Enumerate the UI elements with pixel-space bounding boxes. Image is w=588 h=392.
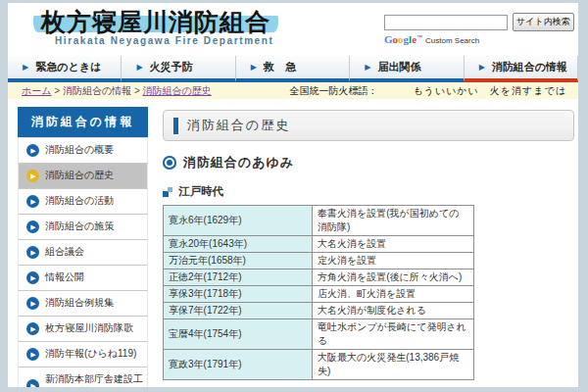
arrow-right-icon: ▶: [23, 63, 28, 72]
sidebar-menu: ▶消防組合の概要▶消防組合の歴史▶消防組合の活動▶消防組合の施策▶組合議会▶情報…: [18, 137, 148, 387]
sidebar-title: 消防組合の情報: [18, 107, 148, 137]
era-cell: 寛永6年(1629年): [164, 206, 313, 236]
era-heading: 江戸時代: [163, 184, 574, 199]
play-icon: ▶: [30, 172, 35, 179]
nav-tab-label: 消防組合の情報: [492, 60, 567, 74]
site-search-button[interactable]: サイト内検索: [513, 13, 574, 31]
table-row: 正徳2年(1712年)方角火消を設置(後に所々火消へ): [164, 270, 474, 286]
play-icon: ▶: [30, 249, 35, 256]
google-letter: G: [384, 33, 393, 45]
breadcrumb-item[interactable]: ホーム: [22, 85, 51, 96]
sidebar-item-label: 消防組合例規集: [45, 297, 114, 310]
breadcrumb-item[interactable]: 消防組合の歴史: [143, 85, 212, 96]
play-icon: ▶: [30, 351, 35, 358]
arrow-circle-icon: ▶: [26, 271, 39, 284]
site-subtitle: Hirakata Neyagawa Fire Department: [55, 35, 278, 46]
arrow-circle-icon: ▶: [26, 144, 39, 157]
history-table: 寛永6年(1629年)奉書火消を設置(我が国初めての消防隊)寛永20年(1643…: [163, 205, 474, 380]
era-heading-label: 江戸時代: [178, 184, 223, 199]
play-icon: ▶: [30, 198, 35, 205]
custom-search-label: Custom Search: [425, 36, 479, 45]
nav-tab[interactable]: ▶緊急のときは: [8, 56, 122, 82]
site-logo[interactable]: 枚方寝屋川消防組合: [33, 8, 278, 35]
sidebar: 消防組合の情報 ▶消防組合の概要▶消防組合の歴史▶消防組合の活動▶消防組合の施策…: [18, 107, 148, 387]
sidebar-item[interactable]: ▶新消防本部庁舎建設工事の進捗状況: [18, 368, 148, 387]
arrow-right-icon: ▶: [365, 63, 370, 72]
era-cell: 万治元年(1658年): [164, 253, 313, 270]
main-navigation: ▶緊急のときは▶火災予防▶救 急▶届出関係▶消防組合の情報: [8, 56, 578, 82]
play-icon: ▶: [30, 223, 35, 230]
site-search-input[interactable]: [384, 15, 508, 30]
nav-tab[interactable]: ▶届出関係: [350, 56, 464, 82]
arrow-circle-icon: ▶: [26, 379, 39, 387]
arrow-circle-icon: ▶: [26, 322, 39, 335]
event-cell: 定火消を設置: [313, 253, 474, 270]
arrow-right-icon: ▶: [136, 63, 142, 72]
era-cell: 寛永20年(1643年): [164, 236, 313, 253]
sidebar-item-label: 新消防本部庁舎建設工事の進捗状況: [45, 373, 144, 387]
sidebar-item-label: 消防組合の歴史: [45, 170, 114, 182]
main-content: 消防組合の歴史 消防組合のあゆみ 江戸時代寛永6年(1629年)奉書火消を設置(…: [148, 107, 578, 387]
slogan-text: もういいかい 火を消すまでは: [413, 84, 566, 98]
google-logo: Google: [384, 33, 416, 45]
sidebar-item[interactable]: ▶消防組合の施策: [18, 215, 148, 240]
nav-tab[interactable]: ▶消防組合の情報: [465, 56, 578, 82]
table-row: 寛永20年(1643年)大名火消を設置: [164, 236, 474, 253]
sidebar-item[interactable]: ▶消防組合の歴史: [18, 164, 148, 189]
sidebar-item[interactable]: ▶消防組合の活動: [18, 189, 148, 215]
arrow-circle-icon: ▶: [26, 348, 39, 361]
play-icon: ▶: [30, 147, 35, 154]
event-cell: 店火消、町火消を設置: [313, 286, 474, 303]
section-heading: 消防組合のあゆみ: [163, 154, 574, 172]
era-cell: 享保3年(1718年): [164, 286, 313, 303]
event-cell: 方角火消を設置(後に所々火消へ): [313, 270, 474, 286]
page: 枚方寝屋川消防組合 Hirakata Neyagawa Fire Departm…: [8, 3, 578, 387]
arrow-circle-icon: ▶: [26, 297, 39, 310]
sidebar-item-label: 消防年報(ひらね119): [45, 348, 136, 361]
sidebar-item[interactable]: ▶消防組合例規集: [18, 291, 148, 317]
arrow-right-icon: ▶: [479, 63, 485, 72]
sidebar-item-label: 情報公開: [45, 271, 84, 284]
google-custom-search-brand: Google™ Custom Search: [384, 33, 570, 45]
sidebar-item[interactable]: ▶情報公開: [18, 266, 148, 291]
sidebar-item-label: 消防組合の活動: [45, 195, 114, 208]
table-row: 万治元年(1658年)定火消を設置: [164, 253, 474, 270]
sidebar-item[interactable]: ▶組合議会: [18, 240, 148, 266]
table-row: 寛政3年(1791年)大阪最大の火災発生(13,386戸焼失): [164, 350, 474, 380]
event-cell: 竜吐水ポンプが長崎にて発明される: [313, 319, 474, 350]
circle-bullet-icon: [163, 156, 176, 170]
history-sections: 江戸時代寛永6年(1629年)奉書火消を設置(我が国初めての消防隊)寛永20年(…: [163, 184, 574, 387]
breadcrumb-separator: >: [51, 85, 62, 96]
arrow-circle-icon: ▶: [26, 220, 39, 233]
nav-tab-label: 届出関係: [377, 60, 420, 74]
era-cell: 宝暦4年(1754年): [164, 319, 313, 350]
breadcrumb-separator: >: [131, 85, 142, 96]
sidebar-item[interactable]: ▶消防年報(ひらね119): [18, 342, 148, 368]
arrow-circle-icon: ▶: [26, 195, 39, 208]
table-row: 享保3年(1718年)店火消、町火消を設置: [164, 286, 474, 303]
arrow-right-icon: ▶: [251, 63, 257, 72]
body: 消防組合の情報 ▶消防組合の概要▶消防組合の歴史▶消防組合の活動▶消防組合の施策…: [8, 99, 578, 387]
breadcrumb-item: 消防組合の情報: [63, 85, 131, 96]
slogan-label: 全国統一防火標語：: [289, 84, 377, 98]
sidebar-item-label: 枚方寝屋川消防隊歌: [45, 322, 133, 335]
play-icon: ▶: [30, 300, 35, 307]
era-cell: 正徳2年(1712年): [164, 270, 313, 286]
nav-tab-label: 緊急のときは: [35, 60, 101, 74]
play-icon: ▶: [30, 382, 35, 387]
nav-tab[interactable]: ▶救 急: [236, 56, 350, 82]
arrow-circle-icon: ▶: [26, 246, 39, 259]
sidebar-item[interactable]: ▶消防組合の概要: [18, 138, 148, 164]
era-cell: 享保7年(1722年): [164, 303, 313, 319]
sidebar-item[interactable]: ▶枚方寝屋川消防隊歌: [18, 317, 148, 342]
breadcrumb-bar: ホーム > 消防組合の情報 > 消防組合の歴史 全国統一防火標語： もういいかい…: [8, 82, 578, 99]
nav-tab[interactable]: ▶火災予防: [122, 56, 235, 82]
event-cell: 奉書火消を設置(我が国初めての消防隊): [313, 206, 474, 236]
logo-block: 枚方寝屋川消防組合 Hirakata Neyagawa Fire Departm…: [33, 8, 278, 56]
table-row: 寛永6年(1629年)奉書火消を設置(我が国初めての消防隊): [164, 206, 474, 236]
event-cell: 大名火消を設置: [313, 236, 474, 253]
section-heading-text: 消防組合のあゆみ: [183, 154, 294, 172]
sidebar-item-label: 消防組合の施策: [45, 220, 114, 233]
table-row: 享保7年(1722年)大名火消が制度化される: [164, 303, 474, 319]
table-row: 宝暦4年(1754年)竜吐水ポンプが長崎にて発明される: [164, 319, 474, 350]
